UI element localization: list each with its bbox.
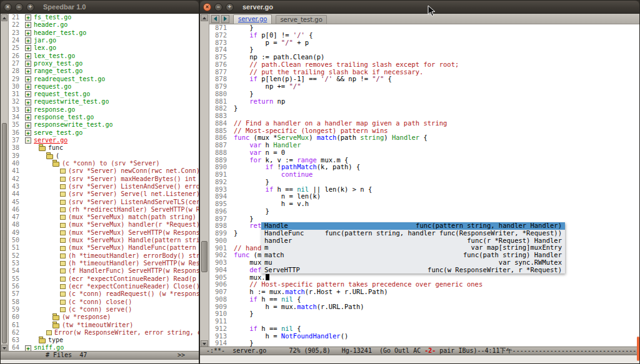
speedbar-item-file[interactable]: 34+response_test.go	[9, 114, 199, 121]
speedbar-item-label[interactable]: (c *conn) to (srv *Server)	[62, 160, 160, 167]
scrollbar-thumb[interactable]	[201, 241, 208, 272]
speedbar-item-tag[interactable]: 46(rh *redirectHandler) ServeHTTP(w Resp…	[9, 206, 199, 214]
speedbar-item-file[interactable]: 23+header_test.go	[9, 29, 199, 37]
code-line[interactable]: 910 }	[212, 310, 639, 318]
speedbar-item-label[interactable]: (ecr *expectContinueReader) Read(p []byt…	[68, 275, 199, 283]
editor-modeline[interactable]: -:**- server.go 72% (905,8) Hg-13241 (Go…	[200, 347, 639, 355]
speedbar-item-group[interactable]: 38func	[9, 144, 199, 152]
maximize-button[interactable]: +	[26, 3, 34, 11]
speedbar-item-label[interactable]: (w *response)	[62, 313, 111, 321]
speedbar-item-label[interactable]: server.go	[34, 137, 68, 144]
speedbar-item-tag[interactable]: 56(ecr *expectContinueReader) Close() er…	[9, 283, 199, 290]
completion-item[interactable]: ServeHTTPfunc(w ResponseWriter, r *Reque…	[261, 267, 565, 274]
code-line[interactable]: 909 h = mux.match(r.URL.Path)	[212, 303, 639, 311]
expand-toggle-icon[interactable]: +	[25, 30, 31, 36]
expand-toggle-icon[interactable]: +	[25, 22, 31, 28]
speedbar-item-tag[interactable]: 62Error(w ResponseWriter, error string, …	[9, 329, 199, 337]
speedbar-item-file[interactable]: 22+header.go	[9, 21, 199, 29]
speedbar-item-tag[interactable]: 43(srv *Server) ListenAndServe() error	[9, 183, 199, 190]
expand-toggle-icon[interactable]: +	[25, 14, 31, 21]
expand-toggle-icon[interactable]: +	[25, 53, 31, 59]
speedbar-item-group[interactable]: 39(	[9, 152, 199, 160]
close-button[interactable]: ×	[4, 3, 12, 11]
minimize-button[interactable]: −	[15, 3, 23, 11]
speedbar-item-file[interactable]: 32+requestwrite_test.go	[9, 98, 199, 106]
speedbar-item-label[interactable]: lex.go	[34, 44, 56, 52]
scroll-up-button[interactable]	[201, 14, 208, 21]
speedbar-item-label[interactable]: response.go	[34, 106, 75, 114]
speedbar-titlebar[interactable]: × − + Speedbar 1.0	[1, 1, 199, 14]
expand-toggle-icon[interactable]: +	[25, 76, 31, 82]
expand-toggle-icon[interactable]: +	[25, 114, 31, 121]
speedbar-item-label[interactable]: (rh *redirectHandler) ServeHTTP(w Respon…	[68, 206, 199, 214]
expand-toggle-icon[interactable]: -	[25, 137, 31, 144]
expand-toggle-icon[interactable]: +	[25, 99, 31, 106]
completion-item[interactable]: Handlefunc(pattern string, handler Handl…	[261, 222, 565, 230]
expand-toggle-icon[interactable]: +	[25, 91, 31, 97]
speedbar-item-label[interactable]: (mux *ServeMux) match(path string) Handl…	[68, 214, 199, 221]
speedbar-item-label[interactable]: (mux *ServeMux) handler(r *Request) Hand…	[68, 221, 199, 229]
tab-scroll-right-button[interactable]	[221, 15, 229, 23]
speedbar-item-label[interactable]: (srv *Server) maxHeaderBytes() int	[68, 175, 196, 183]
speedbar-item-label[interactable]: Error(w ResponseWriter, error string, co…	[54, 329, 199, 337]
close-button[interactable]: ×	[203, 3, 211, 11]
speedbar-item-file[interactable]: 31+request_test.go	[9, 91, 199, 98]
speedbar-item-bucket[interactable]: 40(c *conn) to (srv *Server)	[9, 160, 199, 167]
speedbar-item-file[interactable]: 25+lex.go	[9, 44, 199, 52]
speedbar-item-label[interactable]: (h *timeoutHandler) errorBody() string	[68, 252, 199, 260]
speedbar-item-file[interactable]: 21+fs_test.go	[9, 14, 199, 21]
speedbar-item-label[interactable]: proxy_test.go	[34, 60, 82, 67]
scroll-up-button[interactable]	[1, 14, 8, 21]
speedbar-item-tag[interactable]: 41(srv *Server) newConn(rwc net.Conn) (c…	[9, 167, 199, 175]
speedbar-item-label[interactable]: lex_test.go	[34, 52, 75, 60]
speedbar-item-tag[interactable]: 42(srv *Server) maxHeaderBytes() int	[9, 175, 199, 183]
speedbar-item-tag[interactable]: 49(mux *ServeMux) ServeHTTP(w ResponseWr…	[9, 229, 199, 237]
editor-scrollbar[interactable]	[200, 14, 209, 348]
speedbar-item-label[interactable]: (mux *ServeMux) ServeHTTP(w ResponseWrit…	[68, 229, 199, 237]
code-editor[interactable]: 871 }872 if p[0] != '/' {873 p = "/" + p…	[209, 24, 639, 347]
code-line[interactable]: 896 }	[212, 208, 639, 215]
code-line[interactable]: 881 return np	[212, 98, 639, 106]
speedbar-scrollbar[interactable]	[1, 14, 9, 352]
tab-server-go[interactable]: server.go	[233, 14, 272, 24]
speedbar-item-label[interactable]: (f HandlerFunc) ServeHTTP(w ResponseWrit…	[68, 267, 199, 275]
speedbar-item-label[interactable]: (srv *Server) newConn(rwc net.Conn) (c *…	[68, 167, 199, 175]
expand-toggle-icon[interactable]: +	[25, 61, 31, 67]
completion-item[interactable]: matchfunc(path string) Handler	[261, 252, 565, 259]
speedbar-item-tag[interactable]: 53(h *timeoutHandler) ServeHTTP(w Respon…	[9, 260, 199, 267]
speedbar-item-tag[interactable]: 59(c *conn) serve()	[9, 306, 199, 313]
speedbar-item-file[interactable]: 37-server.go	[9, 137, 199, 144]
speedbar-item-label[interactable]: request.go	[34, 83, 71, 91]
speedbar-tree[interactable]: 21+fs_test.go22+header.go23+header_test.…	[9, 14, 199, 352]
speedbar-item-bucket[interactable]: 60(w *response)	[9, 313, 199, 321]
code-line[interactable]: 891 continue	[212, 171, 639, 179]
expand-toggle-icon[interactable]: +	[25, 107, 31, 113]
speedbar-item-file[interactable]: 28+range_test.go	[9, 67, 199, 75]
expand-toggle-icon[interactable]: +	[25, 37, 31, 44]
speedbar-item-tag[interactable]: 48(mux *ServeMux) handler(r *Request) Ha…	[9, 221, 199, 229]
speedbar-item-label[interactable]: (mux *ServeMux) HandleFunc(pattern strin…	[68, 244, 199, 252]
speedbar-item-file[interactable]: 27+proxy_test.go	[9, 60, 199, 67]
speedbar-item-file[interactable]: 29+readrequest_test.go	[9, 76, 199, 83]
speedbar-item-label[interactable]: (ecr *expectContinueReader) Close() erro…	[68, 283, 199, 290]
completion-item[interactable]: HandleFuncfunc(pattern string, handler f…	[261, 230, 565, 237]
speedbar-item-label[interactable]: (srv *Server) Serve(l net.Listener) erro…	[68, 190, 199, 198]
speedbar-item-file[interactable]: 24+jar.go	[9, 37, 199, 44]
speedbar-item-label[interactable]: func	[48, 144, 63, 152]
speedbar-item-label[interactable]: jar.go	[34, 37, 56, 44]
speedbar-item-file[interactable]: 36+serve_test.go	[9, 129, 199, 137]
speedbar-item-label[interactable]: (c *conn) readRequest() (w *response, er…	[68, 290, 199, 298]
tab-serve-test-go[interactable]: serve_test.go	[276, 15, 326, 24]
scrollbar-thumb[interactable]	[2, 123, 7, 343]
speedbar-item-label[interactable]: serve_test.go	[34, 129, 82, 137]
speedbar-item-file[interactable]: 33+response.go	[9, 106, 199, 114]
speedbar-item-tag[interactable]: 54(f HandlerFunc) ServeHTTP(w ResponseWr…	[9, 267, 199, 275]
editor-titlebar[interactable]: × − + server.go	[200, 1, 639, 14]
code-line[interactable]: 914 }	[212, 340, 639, 347]
speedbar-item-label[interactable]: header_test.go	[34, 29, 86, 37]
speedbar-item-label[interactable]: request_test.go	[34, 91, 90, 98]
speedbar-item-tag[interactable]: 51(mux *ServeMux) HandleFunc(pattern str…	[9, 244, 199, 252]
completion-item[interactable]: muvar sync.RWMutex	[261, 259, 565, 267]
code-line[interactable]: 879 np += "/"	[212, 83, 639, 91]
speedbar-item-label[interactable]: response_test.go	[34, 114, 94, 121]
